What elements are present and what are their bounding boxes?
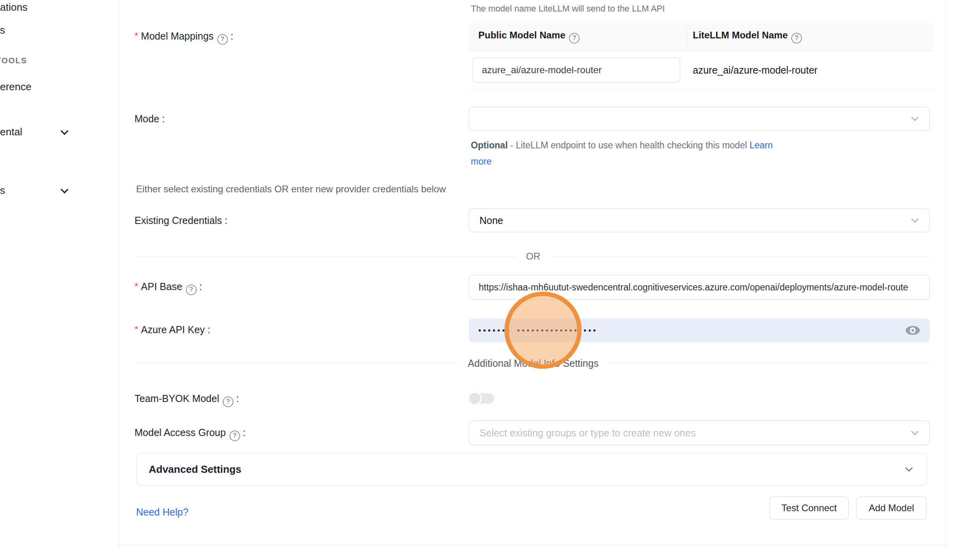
help-icon[interactable]	[217, 34, 228, 45]
model-mappings-table: Public Model Name LiteLLM Model Name azu…	[469, 23, 934, 89]
required-asterisk: *	[135, 281, 138, 292]
help-icon[interactable]	[223, 396, 233, 407]
sidebar-item-api-reference[interactable]: erence	[0, 80, 32, 93]
azure-api-key-input[interactable]: ••••••• •••••••••••••••••	[469, 319, 930, 342]
chevron-down-icon	[911, 114, 918, 121]
api-base-input[interactable]: https://ishaa-mh6uutut-swedencentral.cog…	[469, 275, 930, 300]
or-divider-text: OR	[526, 251, 540, 262]
help-icon[interactable]	[791, 33, 802, 44]
need-help-link[interactable]: Need Help?	[136, 506, 188, 518]
sidebar-item-settings[interactable]: s	[0, 184, 5, 197]
chevron-down-icon[interactable]	[61, 186, 68, 193]
help-icon[interactable]	[229, 430, 240, 441]
credentials-hint: Either select existing credentials OR en…	[136, 182, 446, 196]
existing-credentials-select[interactable]: None	[469, 209, 930, 232]
chevron-down-icon[interactable]	[61, 127, 68, 135]
eye-icon[interactable]	[905, 325, 920, 336]
card-right-border	[946, 0, 946, 548]
chevron-down-icon	[911, 215, 918, 222]
team-byok-toggle[interactable]	[469, 393, 494, 404]
mode-label: Mode	[135, 112, 165, 125]
existing-credentials-label: Existing Credentials	[135, 214, 227, 227]
existing-credentials-value: None	[480, 215, 503, 226]
help-icon[interactable]	[569, 33, 580, 44]
model-access-group-placeholder: Select existing groups or type to create…	[480, 427, 696, 439]
toggle-knob	[468, 391, 482, 406]
advanced-settings-label: Advanced Settings	[149, 463, 241, 476]
required-asterisk: *	[135, 30, 138, 41]
header-divider	[686, 26, 687, 47]
test-connect-button[interactable]: Test Connect	[770, 497, 849, 520]
litellm-model-name-value: azure_ai/azure-model-router	[693, 64, 817, 76]
add-model-button[interactable]: Add Model	[856, 497, 927, 520]
public-model-name-header: Public Model Name	[478, 30, 565, 40]
model-access-group-label: Model Access Group	[135, 426, 246, 441]
additional-settings-divider: Additional Model Info Settings	[136, 357, 930, 369]
table-row: azure_ai/azure-model-router azure_ai/azu…	[469, 51, 934, 89]
card-bottom-border	[119, 545, 946, 545]
chevron-down-icon	[911, 428, 918, 435]
azure-api-key-label: *Azure API Key	[135, 323, 210, 336]
sidebar-section-tools: TOOLS	[0, 55, 27, 66]
litellm-model-name-header: LiteLLM Model Name	[693, 30, 788, 40]
model-mappings-label: *Model Mappings	[135, 30, 233, 45]
sidebar-item-experimental[interactable]: ental	[0, 125, 22, 138]
model-name-hint: The model name LiteLLM will send to the …	[471, 2, 665, 15]
required-asterisk: *	[135, 324, 138, 335]
team-byok-label: Team-BYOK Model	[135, 392, 239, 407]
sidebar-item-users[interactable]: s	[0, 24, 5, 36]
additional-settings-divider-text: Additional Model Info Settings	[468, 358, 599, 369]
masked-key-dots: •••••••	[478, 326, 512, 334]
model-mappings-header: Public Model Name LiteLLM Model Name	[469, 23, 934, 51]
public-model-name-input[interactable]: azure_ai/azure-model-router	[473, 57, 680, 83]
mode-help-text: Optional - LiteLLM endpoint to use when …	[471, 137, 793, 170]
add-model-page: ations s TOOLS erence ental s The model …	[0, 0, 980, 548]
sidebar: ations s TOOLS erence ental s	[0, 0, 119, 548]
advanced-settings-panel[interactable]: Advanced Settings	[136, 453, 927, 485]
sidebar-item-organizations[interactable]: ations	[0, 1, 27, 13]
chevron-down-icon	[905, 464, 912, 471]
help-icon[interactable]	[186, 284, 197, 295]
masked-key-dots: •••••••••••••••••	[517, 326, 598, 334]
api-base-label: *API Base	[135, 280, 202, 295]
model-access-group-select[interactable]: Select existing groups or type to create…	[469, 421, 930, 445]
mode-select[interactable]	[469, 107, 930, 131]
or-divider: OR	[136, 250, 930, 262]
